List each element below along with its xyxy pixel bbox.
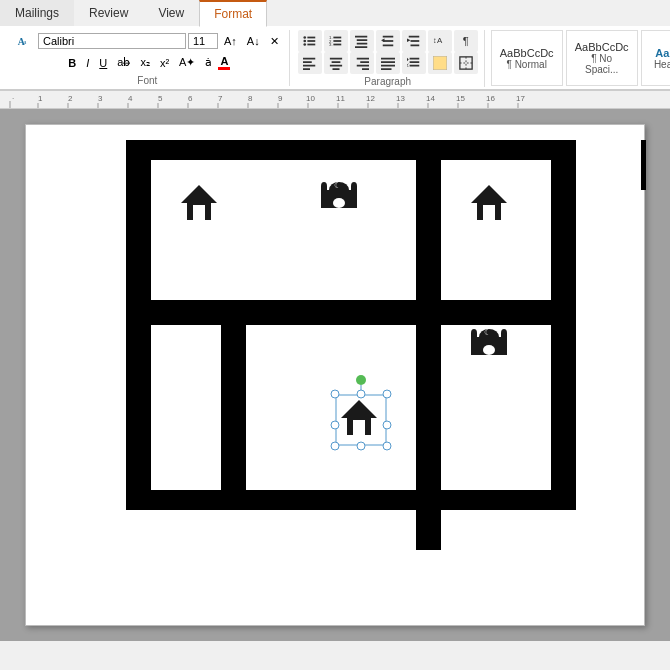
map-svg: ☾ ☾	[26, 130, 646, 550]
svg-text:☾: ☾	[484, 328, 491, 337]
shading-button[interactable]	[428, 52, 452, 74]
italic-button[interactable]: I	[82, 55, 93, 71]
svg-text:14: 14	[426, 94, 435, 103]
underline-button[interactable]: U	[95, 55, 111, 71]
svg-point-4	[303, 40, 306, 43]
svg-rect-5	[307, 40, 315, 42]
clear-format-button[interactable]: ✕	[266, 33, 283, 50]
svg-text:↕A: ↕A	[433, 36, 443, 45]
align-center-button[interactable]	[324, 52, 348, 74]
style-heading1[interactable]: AaBbC€ Heading 1	[641, 30, 670, 86]
svg-rect-116	[483, 205, 495, 220]
tab-mailings[interactable]: Mailings	[0, 0, 74, 26]
svg-text:10: 10	[306, 94, 315, 103]
svg-rect-20	[382, 45, 393, 47]
svg-marker-25	[407, 38, 411, 42]
multilevel-list-button[interactable]	[350, 30, 374, 52]
align-right-button[interactable]	[350, 52, 374, 74]
svg-point-122	[501, 329, 507, 337]
font-name-input[interactable]	[38, 33, 186, 49]
mosque-icon-2: ☾	[471, 328, 507, 355]
strikethrough-button[interactable]: ab̶	[113, 54, 134, 71]
superscript-button[interactable]: x²	[156, 55, 173, 71]
numbering-button[interactable]: 1.2.3.	[324, 30, 348, 52]
svg-text:5: 5	[158, 94, 163, 103]
svg-rect-123	[483, 345, 495, 355]
justify-button[interactable]	[376, 52, 400, 74]
ribbon-content: A a A↑ A↓ ✕ B I U ab̶ x₂ x² A✦ ȧ	[0, 26, 670, 90]
sort-button[interactable]: ↕A	[428, 30, 452, 52]
bullets-button[interactable]	[298, 30, 322, 52]
svg-point-2	[303, 36, 306, 39]
styles-group: AaBbCcDc ¶ Normal AaBbCcDc ¶ No Spaci...…	[487, 30, 670, 86]
bold-button[interactable]: B	[64, 55, 80, 71]
handle-tl	[331, 390, 339, 398]
ribbon: Mailings Review View Format A a A↑ A↓ ✕	[0, 0, 670, 91]
ruler: · 1 2 3 4 5 6 7 8 9 10 11 12 13 14 15 16…	[0, 91, 670, 109]
font-name-row: A a A↑ A↓ ✕	[12, 30, 283, 52]
svg-rect-97	[416, 140, 441, 510]
font-style-row: B I U ab̶ x₂ x² A✦ ȧ A	[64, 54, 230, 71]
svg-rect-14	[355, 36, 367, 38]
svg-text:3: 3	[98, 94, 103, 103]
subscript-button[interactable]: x₂	[136, 54, 154, 71]
paragraph-group-label: Paragraph	[364, 76, 411, 87]
svg-marker-47	[407, 63, 409, 67]
svg-rect-13	[333, 44, 341, 46]
svg-rect-45	[409, 65, 419, 67]
highlight-button[interactable]: ȧ	[201, 54, 216, 71]
svg-rect-50	[460, 57, 472, 69]
handle-br	[383, 442, 391, 450]
text-effects-button[interactable]: A✦	[175, 54, 199, 71]
grow-font-button[interactable]: A↑	[220, 33, 241, 49]
svg-rect-39	[381, 58, 395, 60]
tab-view[interactable]: View	[143, 0, 199, 26]
svg-rect-91	[126, 140, 576, 160]
svg-text:12: 12	[366, 94, 375, 103]
svg-rect-24	[410, 45, 419, 47]
style-heading1-label: Heading 1	[654, 59, 670, 70]
svg-rect-93	[126, 490, 576, 510]
svg-point-120	[471, 329, 477, 337]
style-heading1-preview: AaBbC€	[654, 47, 670, 59]
svg-rect-127	[353, 420, 365, 435]
show-formatting-button[interactable]: ¶	[454, 30, 478, 52]
ribbon-tabs: Mailings Review View Format	[0, 0, 670, 26]
svg-point-112	[351, 182, 357, 190]
svg-text:7: 7	[218, 94, 223, 103]
line-spacing-button[interactable]	[402, 52, 426, 74]
font-color-button[interactable]: A	[218, 55, 230, 70]
svg-rect-15	[356, 39, 367, 41]
svg-text:☾: ☾	[334, 181, 341, 190]
svg-rect-35	[356, 58, 368, 60]
shrink-font-button[interactable]: A↓	[243, 33, 264, 49]
style-no-spacing[interactable]: AaBbCcDc ¶ No Spaci...	[566, 30, 638, 86]
svg-point-6	[303, 43, 306, 46]
svg-rect-30	[303, 68, 310, 70]
font-size-input[interactable]	[188, 33, 218, 49]
svg-rect-44	[409, 61, 419, 63]
svg-rect-98	[641, 140, 646, 190]
svg-rect-7	[307, 44, 315, 46]
svg-text:13: 13	[396, 94, 405, 103]
style-normal-label: ¶ Normal	[500, 59, 554, 70]
tab-format[interactable]: Format	[199, 0, 267, 27]
svg-text:6: 6	[188, 94, 193, 103]
svg-rect-32	[331, 61, 340, 63]
svg-text:2: 2	[68, 94, 73, 103]
increase-indent-button[interactable]	[402, 30, 426, 52]
svg-rect-43	[409, 58, 419, 60]
decrease-indent-button[interactable]	[376, 30, 400, 52]
svg-text:4: 4	[128, 94, 133, 103]
svg-rect-104	[151, 325, 221, 490]
svg-rect-9	[333, 37, 341, 39]
borders-button[interactable]	[454, 52, 478, 74]
tab-review[interactable]: Review	[74, 0, 143, 26]
style-normal[interactable]: AaBbCcDc ¶ Normal	[491, 30, 563, 86]
align-left-button[interactable]	[298, 52, 322, 74]
svg-rect-41	[381, 65, 395, 67]
svg-text:·: ·	[12, 94, 14, 103]
list-row: 1.2.3. ↕A ¶	[298, 30, 478, 52]
svg-rect-11	[333, 40, 341, 42]
svg-rect-38	[362, 68, 369, 70]
